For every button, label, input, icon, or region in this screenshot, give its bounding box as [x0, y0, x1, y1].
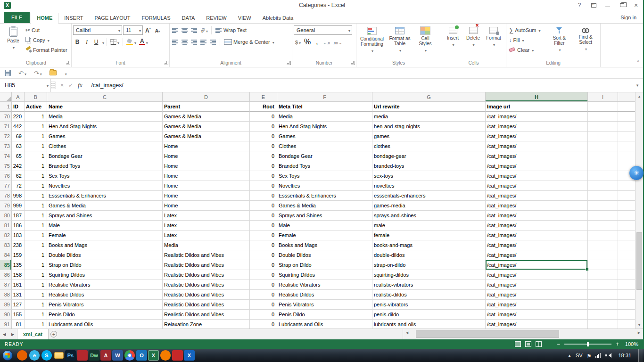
column-header-E[interactable]: E	[250, 92, 277, 102]
cell-C72[interactable]: Games	[47, 132, 163, 141]
cell-E73[interactable]: 0	[250, 141, 277, 151]
cell-I90[interactable]	[588, 310, 618, 320]
align-middle-button[interactable]	[181, 25, 189, 35]
decrease-font-size-button[interactable]	[153, 25, 162, 35]
cell-D76[interactable]: Home	[163, 171, 250, 181]
paste-button[interactable]: Paste	[2, 25, 24, 60]
row-header-89[interactable]: 89	[0, 300, 12, 310]
cell-E86[interactable]: 0	[250, 270, 277, 280]
increase-indent-button[interactable]	[209, 37, 217, 47]
cell-C80[interactable]: Sprays and Shines	[47, 211, 163, 221]
horizontal-scrollbar[interactable]: ◀ ▶	[403, 329, 643, 339]
cell-C91[interactable]: Lubricants and Oils	[47, 320, 163, 329]
cell-overflow[interactable]	[618, 112, 635, 122]
cell-H73[interactable]: /cat_images/	[486, 141, 588, 151]
cell-D87[interactable]: Realistic Dildos and Vibes	[163, 280, 250, 290]
cell-H79[interactable]: /cat_images/	[486, 201, 588, 211]
red-tool-icon[interactable]	[77, 350, 88, 361]
cell-F70[interactable]: Media	[277, 112, 372, 122]
cell-B91[interactable]: 1	[25, 320, 47, 329]
cell-H88[interactable]: /cat_images/	[486, 290, 588, 300]
cell-I70[interactable]	[588, 112, 618, 122]
cell-B71[interactable]: 1	[25, 122, 47, 132]
dialog-launcher-icon[interactable]	[66, 61, 70, 65]
zoom-slider-thumb[interactable]	[587, 342, 589, 346]
sign-in-link[interactable]: Sign in	[620, 15, 636, 20]
cell-A80[interactable]: 187	[12, 211, 25, 221]
cell-H74[interactable]: /cat_images/	[486, 151, 588, 161]
cell-F89[interactable]: Penis Vibrators	[277, 300, 372, 310]
cell-I83[interactable]	[588, 240, 618, 250]
cell-D71[interactable]: Games & Media	[163, 122, 250, 132]
cell-D78[interactable]: Home	[163, 191, 250, 201]
cell-overflow[interactable]	[618, 141, 635, 151]
cell-overflow[interactable]	[618, 230, 635, 240]
cell-B77[interactable]: 1	[25, 181, 47, 191]
cell-overflow[interactable]	[618, 300, 635, 310]
cell-H84[interactable]: /cat_images/	[486, 250, 588, 260]
cell-E90[interactable]: 0	[250, 310, 277, 320]
zoom-slider[interactable]	[564, 344, 611, 345]
dialog-launcher-icon[interactable]	[351, 61, 355, 65]
cell-overflow[interactable]	[618, 320, 635, 329]
insert-cells-button[interactable]: Insert	[443, 25, 463, 60]
copy-button[interactable]: Copy	[24, 35, 69, 45]
cell-I72[interactable]	[588, 132, 618, 141]
cell-F91[interactable]: Lubricants and Oils	[277, 320, 372, 329]
cell-A86[interactable]: 158	[12, 270, 25, 280]
cell-overflow[interactable]	[618, 181, 635, 191]
cell-overflow[interactable]	[618, 221, 635, 230]
cell-F83[interactable]: Books and Mags	[277, 240, 372, 250]
cell-G87[interactable]: realistic-vibrators	[372, 280, 486, 290]
cell-F90[interactable]: Penis Dildo	[277, 310, 372, 320]
bold-button[interactable]: B	[73, 37, 82, 47]
photoshop-icon[interactable]: Ps	[65, 350, 76, 361]
cell-C86[interactable]: Squirting Dildos	[47, 270, 163, 280]
cell-C82[interactable]: Female	[47, 230, 163, 240]
cell-F1[interactable]: Meta Titel	[277, 102, 372, 112]
cell-C84[interactable]: Double Dildos	[47, 250, 163, 260]
increase-decimal-button[interactable]	[322, 37, 331, 47]
cell-overflow[interactable]	[618, 290, 635, 300]
cell-H71[interactable]: /cat_images/	[486, 122, 588, 132]
cell-A91[interactable]: 81	[12, 320, 25, 329]
cell-H89[interactable]: /cat_images/	[486, 300, 588, 310]
cell-B89[interactable]: 1	[25, 300, 47, 310]
zoom-in-button[interactable]: +	[616, 341, 619, 347]
cell-E76[interactable]: 0	[250, 171, 277, 181]
cell-E89[interactable]: 0	[250, 300, 277, 310]
cell-overflow[interactable]	[618, 191, 635, 201]
volume-icon[interactable]	[605, 353, 611, 358]
firefox-icon[interactable]	[17, 350, 27, 361]
cell-F88[interactable]: Realistic Dildos	[277, 290, 372, 300]
underline-button[interactable]: U	[92, 37, 100, 47]
start-button[interactable]	[1, 350, 14, 361]
cell-H85[interactable]: /cat_images/	[486, 260, 588, 270]
cell-C88[interactable]: Realistic Dildos	[47, 290, 163, 300]
cell-A84[interactable]: 159	[12, 250, 25, 260]
ribbon-tab-data[interactable]: DATA	[176, 13, 201, 23]
cell-H70[interactable]: /cat_images/	[486, 112, 588, 122]
cell-E83[interactable]: 0	[250, 240, 277, 250]
cell-H87[interactable]: /cat_images/	[486, 280, 588, 290]
cell-overflow[interactable]	[618, 260, 635, 270]
row-header-71[interactable]: 71	[0, 122, 12, 132]
red-app-icon[interactable]	[172, 350, 183, 361]
row-header-79[interactable]: 79	[0, 201, 12, 211]
cell-C87[interactable]: Realistic Vibrators	[47, 280, 163, 290]
customize-qat-button[interactable]	[64, 69, 67, 77]
cell-A75[interactable]: 242	[12, 161, 25, 171]
font-name-select[interactable]: Calibri	[73, 25, 122, 35]
cell-A73[interactable]: 63	[12, 141, 25, 151]
floating-widget[interactable]	[629, 166, 644, 180]
ribbon-tab-home[interactable]: HOME	[31, 13, 58, 24]
row-header-1[interactable]: 1	[0, 102, 12, 112]
outlook-icon[interactable]: O	[136, 350, 147, 361]
expand-formula-bar-button[interactable]	[632, 79, 643, 92]
view-page-break-button[interactable]	[536, 341, 542, 347]
scroll-down-icon[interactable]: ▼	[636, 321, 643, 329]
cell-I91[interactable]	[588, 320, 618, 329]
cell-H78[interactable]: /cat_images/	[486, 191, 588, 201]
row-header-81[interactable]: 81	[0, 221, 12, 230]
fill-color-button[interactable]	[125, 37, 137, 47]
